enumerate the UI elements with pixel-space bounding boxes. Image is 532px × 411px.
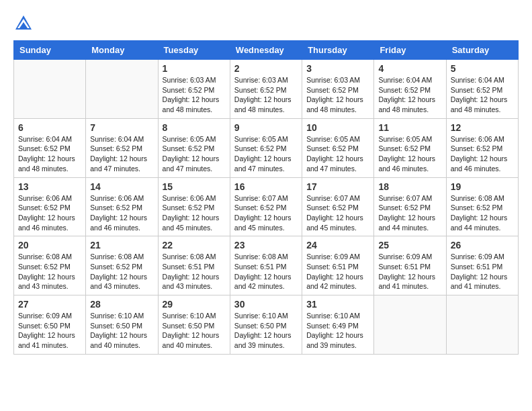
day-info: Sunrise: 6:09 AM Sunset: 6:51 PM Dayligh…	[306, 252, 369, 291]
day-info: Sunrise: 6:10 AM Sunset: 6:50 PM Dayligh…	[90, 311, 153, 351]
calendar-cell: 20Sunrise: 6:08 AM Sunset: 6:52 PM Dayli…	[14, 236, 86, 295]
day-number: 10	[306, 122, 369, 133]
calendar-cell: 5Sunrise: 6:04 AM Sunset: 6:52 PM Daylig…	[446, 60, 518, 119]
calendar-cell: 1Sunrise: 6:03 AM Sunset: 6:52 PM Daylig…	[158, 60, 230, 119]
day-number: 22	[163, 240, 226, 250]
day-info: Sunrise: 6:05 AM Sunset: 6:52 PM Dayligh…	[306, 134, 369, 174]
day-number: 11	[378, 122, 441, 133]
day-number: 20	[18, 240, 81, 250]
day-info: Sunrise: 6:05 AM Sunset: 6:52 PM Dayligh…	[378, 134, 441, 174]
calendar-cell: 11Sunrise: 6:05 AM Sunset: 6:52 PM Dayli…	[374, 118, 446, 177]
calendar-cell: 15Sunrise: 6:06 AM Sunset: 6:52 PM Dayli…	[158, 177, 230, 236]
day-info: Sunrise: 6:08 AM Sunset: 6:51 PM Dayligh…	[163, 252, 226, 291]
day-number: 29	[163, 299, 226, 310]
calendar-cell: 25Sunrise: 6:09 AM Sunset: 6:51 PM Dayli…	[374, 236, 446, 295]
calendar-cell: 24Sunrise: 6:09 AM Sunset: 6:51 PM Dayli…	[302, 236, 374, 295]
weekday-header-sunday: Sunday	[14, 41, 86, 60]
day-number: 31	[306, 299, 369, 310]
weekday-header-saturday: Saturday	[446, 41, 518, 60]
day-number: 12	[451, 122, 514, 133]
calendar-cell: 19Sunrise: 6:08 AM Sunset: 6:52 PM Dayli…	[446, 177, 518, 236]
calendar-cell: 3Sunrise: 6:03 AM Sunset: 6:52 PM Daylig…	[302, 60, 374, 119]
day-info: Sunrise: 6:10 AM Sunset: 6:49 PM Dayligh…	[306, 311, 369, 351]
calendar-cell: 18Sunrise: 6:07 AM Sunset: 6:52 PM Dayli…	[374, 177, 446, 236]
day-number: 8	[163, 122, 226, 133]
day-info: Sunrise: 6:07 AM Sunset: 6:52 PM Dayligh…	[378, 193, 441, 233]
calendar-cell: 31Sunrise: 6:10 AM Sunset: 6:49 PM Dayli…	[302, 295, 374, 355]
day-number: 30	[234, 299, 298, 310]
day-number: 17	[306, 181, 369, 192]
day-number: 9	[234, 122, 298, 133]
weekday-header-friday: Friday	[374, 41, 446, 60]
weekday-header-wednesday: Wednesday	[230, 41, 302, 60]
calendar-table: SundayMondayTuesdayWednesdayThursdayFrid…	[13, 40, 519, 355]
calendar-cell: 17Sunrise: 6:07 AM Sunset: 6:52 PM Dayli…	[302, 177, 374, 236]
logo-icon	[13, 13, 34, 34]
day-info: Sunrise: 6:08 AM Sunset: 6:52 PM Dayligh…	[451, 193, 514, 233]
day-info: Sunrise: 6:04 AM Sunset: 6:52 PM Dayligh…	[378, 75, 441, 115]
calendar-cell	[446, 295, 518, 355]
day-info: Sunrise: 6:06 AM Sunset: 6:52 PM Dayligh…	[18, 193, 81, 233]
weekday-header-tuesday: Tuesday	[158, 41, 230, 60]
day-number: 2	[234, 63, 298, 74]
day-number: 21	[90, 240, 153, 250]
day-number: 19	[451, 181, 514, 192]
calendar-cell: 26Sunrise: 6:09 AM Sunset: 6:51 PM Dayli…	[446, 236, 518, 295]
day-info: Sunrise: 6:09 AM Sunset: 6:51 PM Dayligh…	[378, 252, 441, 291]
day-number: 25	[378, 240, 441, 250]
calendar-cell	[374, 295, 446, 355]
calendar-cell: 23Sunrise: 6:08 AM Sunset: 6:51 PM Dayli…	[230, 236, 302, 295]
weekday-header-row: SundayMondayTuesdayWednesdayThursdayFrid…	[14, 41, 519, 60]
logo	[13, 13, 37, 34]
day-info: Sunrise: 6:06 AM Sunset: 6:52 PM Dayligh…	[451, 134, 514, 174]
day-number: 14	[90, 181, 153, 192]
day-number: 27	[18, 299, 81, 310]
calendar-cell: 27Sunrise: 6:09 AM Sunset: 6:50 PM Dayli…	[14, 295, 86, 355]
calendar-cell: 22Sunrise: 6:08 AM Sunset: 6:51 PM Dayli…	[158, 236, 230, 295]
calendar-cell: 12Sunrise: 6:06 AM Sunset: 6:52 PM Dayli…	[446, 118, 518, 177]
calendar-cell: 2Sunrise: 6:03 AM Sunset: 6:52 PM Daylig…	[230, 60, 302, 119]
calendar-cell: 6Sunrise: 6:04 AM Sunset: 6:52 PM Daylig…	[14, 118, 86, 177]
day-info: Sunrise: 6:05 AM Sunset: 6:52 PM Dayligh…	[234, 134, 298, 174]
day-info: Sunrise: 6:04 AM Sunset: 6:52 PM Dayligh…	[18, 134, 81, 174]
day-number: 5	[451, 63, 514, 74]
day-info: Sunrise: 6:05 AM Sunset: 6:52 PM Dayligh…	[163, 134, 226, 174]
day-info: Sunrise: 6:04 AM Sunset: 6:52 PM Dayligh…	[90, 134, 153, 174]
day-number: 24	[306, 240, 369, 250]
page-header	[13, 13, 519, 34]
calendar-cell	[86, 60, 158, 119]
day-info: Sunrise: 6:07 AM Sunset: 6:52 PM Dayligh…	[234, 193, 298, 233]
day-info: Sunrise: 6:08 AM Sunset: 6:52 PM Dayligh…	[18, 252, 81, 291]
day-number: 15	[163, 181, 226, 192]
day-info: Sunrise: 6:09 AM Sunset: 6:50 PM Dayligh…	[18, 311, 81, 351]
calendar-cell: 30Sunrise: 6:10 AM Sunset: 6:50 PM Dayli…	[230, 295, 302, 355]
day-info: Sunrise: 6:06 AM Sunset: 6:52 PM Dayligh…	[90, 193, 153, 233]
day-info: Sunrise: 6:10 AM Sunset: 6:50 PM Dayligh…	[163, 311, 226, 351]
calendar-cell: 10Sunrise: 6:05 AM Sunset: 6:52 PM Dayli…	[302, 118, 374, 177]
day-info: Sunrise: 6:07 AM Sunset: 6:52 PM Dayligh…	[306, 193, 369, 233]
day-info: Sunrise: 6:03 AM Sunset: 6:52 PM Dayligh…	[163, 75, 226, 115]
day-number: 16	[234, 181, 298, 192]
day-number: 7	[90, 122, 153, 133]
day-number: 28	[90, 299, 153, 310]
day-info: Sunrise: 6:10 AM Sunset: 6:50 PM Dayligh…	[234, 311, 298, 351]
day-number: 3	[306, 63, 369, 74]
calendar-cell: 29Sunrise: 6:10 AM Sunset: 6:50 PM Dayli…	[158, 295, 230, 355]
calendar-week-row-5: 27Sunrise: 6:09 AM Sunset: 6:50 PM Dayli…	[14, 295, 519, 355]
day-info: Sunrise: 6:08 AM Sunset: 6:52 PM Dayligh…	[90, 252, 153, 291]
calendar-week-row-3: 13Sunrise: 6:06 AM Sunset: 6:52 PM Dayli…	[14, 177, 519, 236]
calendar-cell: 28Sunrise: 6:10 AM Sunset: 6:50 PM Dayli…	[86, 295, 158, 355]
calendar-week-row-1: 1Sunrise: 6:03 AM Sunset: 6:52 PM Daylig…	[14, 60, 519, 119]
calendar-cell: 16Sunrise: 6:07 AM Sunset: 6:52 PM Dayli…	[230, 177, 302, 236]
calendar-week-row-2: 6Sunrise: 6:04 AM Sunset: 6:52 PM Daylig…	[14, 118, 519, 177]
day-info: Sunrise: 6:06 AM Sunset: 6:52 PM Dayligh…	[163, 193, 226, 233]
day-info: Sunrise: 6:08 AM Sunset: 6:51 PM Dayligh…	[234, 252, 298, 291]
calendar-cell: 14Sunrise: 6:06 AM Sunset: 6:52 PM Dayli…	[86, 177, 158, 236]
day-number: 13	[18, 181, 81, 192]
day-info: Sunrise: 6:09 AM Sunset: 6:51 PM Dayligh…	[451, 252, 514, 291]
calendar-cell	[14, 60, 86, 119]
day-number: 23	[234, 240, 298, 250]
weekday-header-monday: Monday	[86, 41, 158, 60]
calendar-cell: 4Sunrise: 6:04 AM Sunset: 6:52 PM Daylig…	[374, 60, 446, 119]
day-number: 4	[378, 63, 441, 74]
